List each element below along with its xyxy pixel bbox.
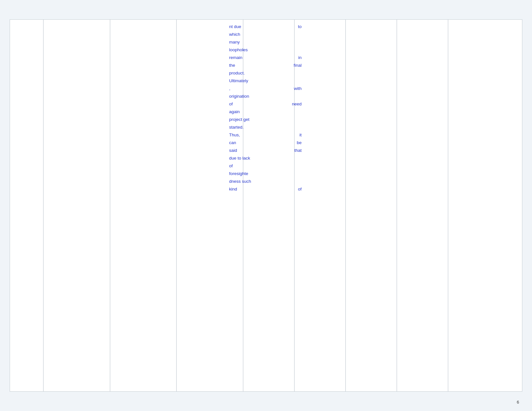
text-line: nt dueto [229, 23, 302, 31]
text-line: ofneed [229, 100, 302, 108]
text-line: of [229, 162, 302, 170]
text-line: Thus,it [229, 131, 302, 139]
text-line: saidthat [229, 147, 302, 154]
white-area: nt duetowhichmanyloopholesremaininthefin… [10, 19, 522, 392]
text-line: due to lack [229, 154, 302, 162]
text-line: started. [229, 123, 302, 131]
text-right: in [298, 54, 302, 62]
text-line: again [229, 108, 302, 116]
text-left: loopholes [229, 46, 248, 54]
text-left: , [229, 85, 230, 93]
text-left: kind [229, 185, 237, 193]
text-line: remainin [229, 54, 302, 62]
text-right: be [297, 139, 302, 147]
page-container: nt duetowhichmanyloopholesremaininthefin… [0, 0, 532, 411]
text-right: final [294, 62, 302, 69]
text-left: due to lack [229, 154, 250, 162]
text-line: loopholes [229, 46, 302, 54]
text-left: Ultimately [229, 77, 248, 85]
text-line: many [229, 38, 302, 46]
text-left: can [229, 139, 236, 147]
text-left: foresighte [229, 170, 248, 178]
text-line: Ultimately [229, 77, 302, 85]
text-left: remain [229, 54, 242, 62]
text-left: product. [229, 69, 245, 77]
text-left: of [229, 162, 233, 170]
text-right: it [299, 131, 302, 139]
text-line: thefinal [229, 62, 302, 69]
text-left: again [229, 108, 240, 116]
text-left: which [229, 31, 240, 38]
text-content: nt duetowhichmanyloopholesremaininthefin… [229, 23, 302, 193]
text-line: canbe [229, 139, 302, 147]
text-right: with [294, 85, 302, 93]
column-line-8 [448, 20, 448, 391]
text-right: that [294, 147, 302, 154]
text-line: kindof [229, 185, 302, 193]
text-left: Thus, [229, 131, 240, 139]
text-left: the [229, 62, 235, 69]
text-left: dness such [229, 178, 251, 185]
text-line: ,with [229, 85, 302, 93]
text-left: said [229, 147, 237, 154]
text-left: many [229, 38, 240, 46]
text-left: of [229, 100, 233, 108]
text-line: project get [229, 116, 302, 123]
column-line-3 [176, 20, 177, 391]
text-line: dness such [229, 178, 302, 185]
text-left: nt due [229, 23, 241, 31]
text-right: need [292, 100, 302, 108]
page-number: 6 [517, 400, 519, 405]
text-line: origination [229, 93, 302, 100]
column-line-6 [345, 20, 346, 391]
text-left: project get [229, 116, 249, 123]
text-line: product. [229, 69, 302, 77]
text-left: origination [229, 93, 249, 100]
text-line: foresighte [229, 170, 302, 178]
column-line-1 [43, 20, 44, 391]
column-line-2 [110, 20, 110, 391]
column-line-7 [397, 20, 397, 391]
text-left: started. [229, 123, 244, 131]
text-line: which [229, 31, 302, 38]
text-right: to [298, 23, 302, 31]
text-right: of [298, 185, 302, 193]
